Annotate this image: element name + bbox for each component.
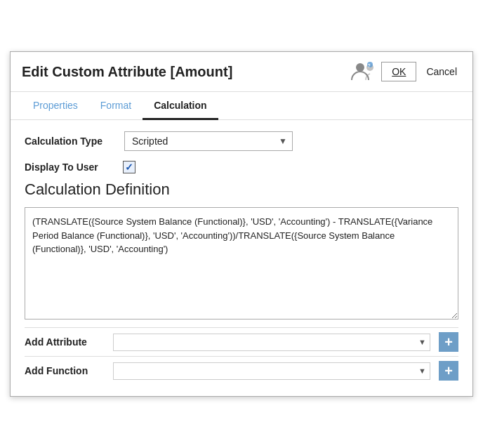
dialog-header: Edit Custom Attribute [Amount] ? OK Canc… — [11, 52, 472, 92]
add-attribute-row: Add Attribute ▼ + — [25, 327, 458, 356]
add-function-select-wrapper: ▼ — [113, 362, 430, 380]
calculation-type-row: Calculation Type Scripted None Formula ▼ — [25, 131, 458, 151]
add-function-row: Add Function ▼ + — [25, 356, 458, 385]
user-icon: ? — [350, 60, 376, 83]
tab-format[interactable]: Format — [89, 93, 143, 120]
tab-calculation[interactable]: Calculation — [143, 93, 218, 120]
calculation-type-select-wrapper: Scripted None Formula ▼ — [124, 131, 293, 151]
svg-text:?: ? — [368, 63, 371, 68]
checkmark-icon: ✓ — [125, 162, 133, 173]
display-to-user-checkbox[interactable]: ✓ — [123, 161, 135, 173]
add-function-label: Add Function — [25, 365, 109, 376]
edit-dialog: Edit Custom Attribute [Amount] ? OK Canc… — [10, 51, 473, 397]
header-actions: ? OK Cancel — [350, 60, 461, 83]
svg-point-0 — [356, 63, 364, 72]
add-attribute-select[interactable] — [113, 334, 430, 351]
cancel-button[interactable]: Cancel — [422, 62, 461, 81]
tab-properties[interactable]: Properties — [22, 93, 89, 120]
add-function-button[interactable]: + — [439, 361, 458, 381]
calculation-type-select[interactable]: Scripted None Formula — [124, 131, 293, 151]
calculation-type-label: Calculation Type — [25, 136, 116, 147]
tab-bar: Properties Format Calculation — [11, 92, 472, 120]
ok-button[interactable]: OK — [381, 62, 416, 81]
formula-textarea[interactable]: (TRANSLATE({Source System Balance (Funct… — [25, 207, 458, 319]
section-title: Calculation Definition — [25, 180, 458, 199]
dialog-body: Calculation Type Scripted None Formula ▼… — [11, 120, 472, 396]
add-attribute-label: Add Attribute — [25, 336, 109, 348]
dialog-title: Edit Custom Attribute [Amount] — [22, 64, 232, 80]
add-attribute-select-wrapper: ▼ — [113, 334, 430, 351]
add-function-select[interactable] — [113, 362, 430, 380]
add-attribute-button[interactable]: + — [439, 332, 458, 352]
display-to-user-label: Display To User — [25, 162, 116, 173]
display-to-user-row: Display To User ✓ — [25, 161, 458, 173]
